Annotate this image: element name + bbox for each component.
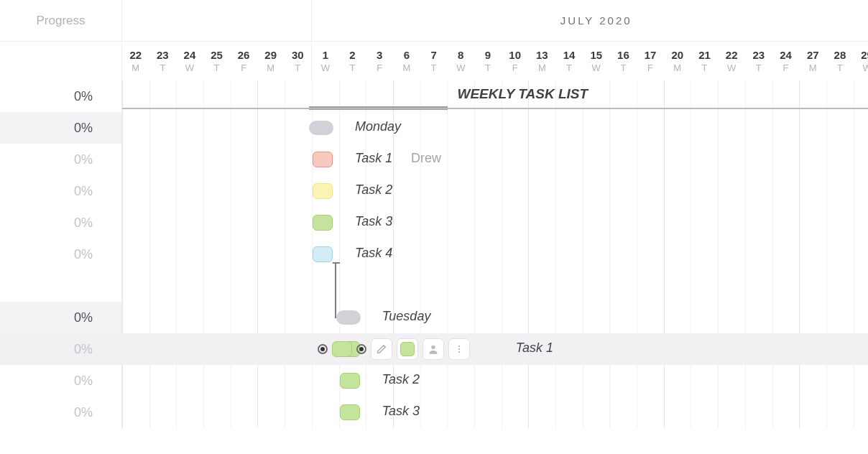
date-cell[interactable]: 2T — [339, 42, 366, 80]
date-cell[interactable]: 16T — [610, 42, 637, 80]
date-cell[interactable]: 9T — [474, 42, 502, 80]
month-banner: JULY 2020 — [312, 0, 868, 42]
edit-icon[interactable] — [371, 338, 392, 360]
project-title: WEEKLY TASK LIST — [458, 86, 588, 102]
date-cell[interactable]: 24F — [772, 42, 800, 80]
color-picker-icon[interactable] — [397, 338, 418, 360]
gantt-row[interactable]: 0%Task 2 — [0, 365, 868, 397]
date-cell[interactable]: 15W — [583, 42, 610, 80]
date-cell[interactable]: 24W — [176, 42, 203, 80]
gantt-row[interactable]: 0%WEEKLY TASK LIST — [0, 80, 868, 112]
gantt-row[interactable]: 0%Task 3 — [0, 207, 868, 238]
date-cell[interactable]: 29M — [257, 42, 285, 80]
progress-cell: 0% — [0, 238, 122, 270]
task-marker[interactable] — [332, 341, 352, 357]
date-cell[interactable]: 13M — [529, 42, 556, 80]
date-cell[interactable]: 26F — [230, 42, 257, 80]
task-toolbar — [318, 338, 470, 360]
date-cell[interactable]: 3F — [366, 42, 393, 80]
bar-area: Monday — [122, 112, 868, 144]
gantt-row[interactable]: 0%Task 4 — [0, 238, 868, 270]
date-cell[interactable]: 25T — [203, 42, 231, 80]
date-num: 6 — [404, 49, 410, 61]
date-num: 21 — [698, 49, 711, 61]
progress-header-label: Progress — [36, 14, 85, 28]
date-dow: F — [241, 62, 246, 73]
date-num: 20 — [671, 49, 683, 61]
date-dow: M — [131, 62, 139, 73]
date-cell[interactable]: 23T — [149, 42, 177, 80]
gantt-row[interactable]: 0%Task 2 — [0, 175, 868, 207]
progress-cell: 0% — [0, 397, 122, 428]
task-label: Task 1 — [516, 340, 553, 356]
date-cell[interactable]: 10F — [502, 42, 529, 80]
date-cell[interactable]: 22M — [122, 42, 149, 80]
date-cell[interactable]: 17F — [637, 42, 664, 80]
progress-cell: 0% — [0, 302, 122, 333]
radio-left[interactable] — [318, 344, 328, 354]
gantt-row[interactable]: 0%Task 1Drew — [0, 144, 868, 175]
date-num: 29 — [264, 49, 277, 61]
date-cell[interactable]: 14T — [555, 42, 583, 80]
date-cell[interactable]: 23T — [745, 42, 772, 80]
gantt-row[interactable]: 0%Monday — [0, 112, 868, 144]
bar-area: Task 2 — [122, 175, 868, 207]
date-cell[interactable]: 27M — [799, 42, 826, 80]
date-dow: M — [673, 62, 681, 73]
month-text: JULY 2020 — [560, 14, 632, 27]
date-dow: T — [566, 62, 572, 73]
date-strip-left: 22M23T24W25T26F29M30T — [122, 42, 312, 80]
gantt-row[interactable]: 0%Task 1 — [0, 333, 868, 365]
baseline — [122, 108, 868, 109]
date-num: 24 — [184, 49, 196, 61]
task-marker[interactable] — [313, 152, 333, 167]
task-marker[interactable] — [313, 183, 333, 199]
date-num: 10 — [509, 49, 521, 61]
date-cell[interactable]: 30T — [284, 42, 311, 80]
day-label: Monday — [355, 119, 401, 134]
date-dow: T — [701, 62, 707, 73]
date-num: 22 — [129, 49, 142, 61]
task-marker[interactable] — [313, 246, 333, 262]
more-icon[interactable] — [448, 338, 470, 360]
date-cell[interactable]: 7T — [420, 42, 448, 80]
date-dow: M — [267, 62, 274, 73]
task-marker[interactable] — [340, 373, 360, 389]
dependency-line — [333, 262, 340, 264]
assignee-label: Drew — [411, 151, 441, 166]
svg-point-2 — [458, 348, 460, 350]
task-label: Task 2 — [355, 182, 392, 198]
radio-right[interactable] — [356, 344, 366, 354]
bar-area: Task 2 — [122, 365, 868, 397]
day-pill[interactable] — [336, 310, 361, 325]
date-cell[interactable]: 29W — [854, 42, 868, 80]
date-dow: M — [538, 62, 546, 73]
header-spacer — [122, 0, 312, 42]
date-num: 8 — [458, 49, 463, 61]
gantt-row[interactable]: 0%Tuesday — [0, 302, 868, 333]
task-marker[interactable] — [340, 404, 360, 420]
gantt-row[interactable]: 0%Task 3 — [0, 397, 868, 428]
gantt-row[interactable] — [0, 270, 868, 302]
date-cell[interactable]: 1W — [312, 42, 339, 80]
date-dow: T — [431, 62, 437, 73]
date-cell[interactable]: 6M — [393, 42, 420, 80]
assignee-icon[interactable] — [423, 338, 444, 360]
date-cell[interactable]: 8W — [447, 42, 474, 80]
date-num: 29 — [861, 49, 868, 61]
date-cell[interactable]: 20M — [664, 42, 691, 80]
date-cell[interactable]: 21T — [691, 42, 719, 80]
date-num: 13 — [536, 49, 548, 61]
date-dow: F — [377, 62, 382, 73]
svg-point-0 — [431, 346, 435, 349]
svg-point-3 — [458, 351, 460, 353]
date-num: 23 — [157, 49, 169, 61]
date-dow: T — [160, 62, 165, 73]
date-cell[interactable]: 28T — [826, 42, 854, 80]
date-cell[interactable]: 22W — [718, 42, 745, 80]
date-num: 27 — [807, 49, 819, 61]
task-marker[interactable] — [313, 215, 333, 231]
gantt-rows: 0%WEEKLY TASK LIST0%Monday0%Task 1Drew0%… — [0, 80, 868, 428]
day-pill[interactable] — [309, 121, 333, 135]
bar-area: WEEKLY TASK LIST — [122, 80, 868, 112]
